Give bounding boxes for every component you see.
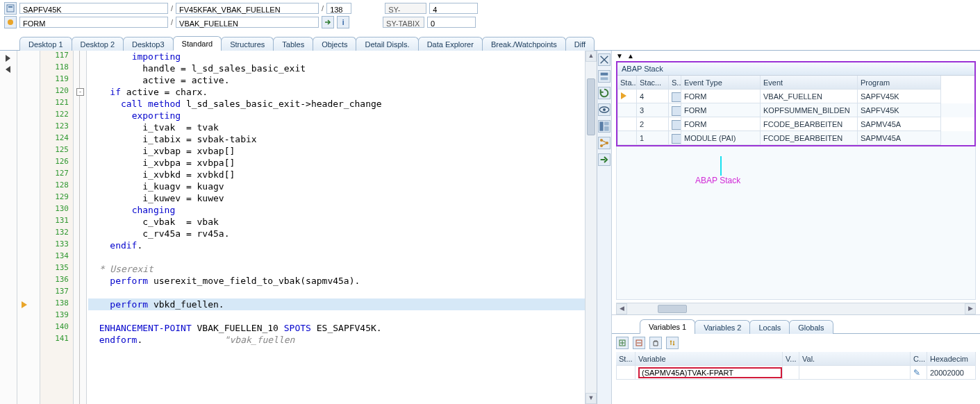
stack-row[interactable]: 2FORMFCODE_BEARBEITENSAPMV45A xyxy=(617,117,974,131)
vars-tab-variables-1[interactable]: Variables 1 xyxy=(640,319,695,334)
line-number-gutter: 1171181191201211221231241251261271281291… xyxy=(40,51,74,404)
vars-col-header[interactable]: Variable xyxy=(636,352,783,366)
eventtype-field[interactable]: FORM xyxy=(19,17,168,28)
tab-desktop-2[interactable]: Desktop 2 xyxy=(72,37,124,51)
include-field[interactable]: FV45KFAK_VBAK_FUELLEN xyxy=(176,3,319,14)
stack-row[interactable]: 4FORMVBAK_FUELLENSAPFV45K xyxy=(617,90,974,103)
svg-rect-9 xyxy=(599,121,603,131)
fold-gutter[interactable]: - xyxy=(74,51,87,404)
stack-title: ABAP Stack xyxy=(617,62,974,76)
stack-col-header[interactable]: Event xyxy=(761,76,858,90)
sy-tabix-value[interactable]: 0 xyxy=(427,17,476,28)
code-editor[interactable]: 1171181191201211221231241251261271281291… xyxy=(0,51,597,404)
sep: / xyxy=(171,18,173,26)
program-field[interactable]: SAPFV45K xyxy=(19,3,168,14)
tool-refresh-icon[interactable] xyxy=(598,87,611,99)
annotation-label: ABAP Stack xyxy=(695,176,740,185)
tab-desktop-1[interactable]: Desktop 1 xyxy=(19,37,72,51)
variable-input[interactable] xyxy=(638,367,782,378)
var-add-icon[interactable] xyxy=(616,337,629,349)
stack-row[interactable]: 1MODULE (PAI)FCODE_BEARBEITENSAPMV45A xyxy=(617,131,974,145)
variables-tabstrip: Variables 1Variables 2LocalsGlobals xyxy=(612,318,980,334)
stack-col-header[interactable]: Program xyxy=(858,76,941,90)
tab-detail-displs-[interactable]: Detail Displs. xyxy=(356,37,418,51)
stack-col-header[interactable]: S... xyxy=(669,76,681,90)
vars-col-header[interactable]: Hexadecim xyxy=(927,352,976,366)
var-remove-icon[interactable] xyxy=(633,337,645,349)
var-sort-icon[interactable] xyxy=(666,337,679,349)
vars-col-header[interactable]: Val. xyxy=(799,352,911,366)
stack-hscrollbar[interactable]: ◀ ▶ xyxy=(616,303,976,314)
variables-toolbar xyxy=(612,334,980,352)
vars-col-header[interactable]: V... xyxy=(783,352,799,366)
tool-watch-icon[interactable] xyxy=(598,103,611,116)
svg-rect-10 xyxy=(604,121,609,125)
stack-col-header[interactable]: Stac... xyxy=(637,76,669,90)
stack-col-header[interactable]: Event Type xyxy=(681,76,761,90)
tool-stack-icon[interactable] xyxy=(598,70,611,83)
stack-grid[interactable]: Sta...Stac...S...Event TypeEventProgram4… xyxy=(617,76,974,145)
tab-standard[interactable]: Standard xyxy=(173,36,222,51)
editor-margin xyxy=(0,51,17,404)
tab-structures[interactable]: Structures xyxy=(221,37,274,51)
svg-rect-5 xyxy=(601,73,608,76)
tab-data-explorer[interactable]: Data Explorer xyxy=(418,37,483,51)
var-delete-icon[interactable] xyxy=(649,337,662,349)
stack-empty-area xyxy=(616,146,976,300)
info-icon[interactable]: i xyxy=(337,16,349,28)
vars-tab-variables-2[interactable]: Variables 2 xyxy=(695,320,750,334)
routine-icon xyxy=(4,16,17,28)
vars-tab-globals[interactable]: Globals xyxy=(789,320,833,334)
sep: / xyxy=(322,4,324,12)
code-area[interactable]: importing handle = l_sd_sales_basic_exit… xyxy=(87,51,585,404)
tab-break-watchpoints[interactable]: Break./Watchpoints xyxy=(482,37,566,51)
line-field[interactable]: 138 xyxy=(326,3,351,14)
program-icon xyxy=(4,2,17,15)
tool-column xyxy=(597,51,612,404)
vars-row[interactable]: ✎20002000 xyxy=(616,366,976,380)
sy-subrc-value[interactable]: 4 xyxy=(429,3,478,14)
svg-rect-1 xyxy=(8,6,13,8)
tab-tables[interactable]: Tables xyxy=(273,37,313,51)
svg-point-2 xyxy=(8,19,13,25)
tool-hierarchy-icon[interactable] xyxy=(598,137,611,149)
svg-point-8 xyxy=(603,108,606,111)
variables-grid[interactable]: St...VariableV...Val.C...Hexadecim✎20002… xyxy=(616,352,976,380)
code-vscrollbar[interactable]: ▲ ▼ xyxy=(585,51,597,404)
vars-tab-locals[interactable]: Locals xyxy=(749,320,790,334)
svg-rect-11 xyxy=(604,126,609,131)
vars-col-header[interactable]: C... xyxy=(911,352,927,366)
tab-desktop3[interactable]: Desktop3 xyxy=(123,37,173,51)
sy-subrc-label: SY-SUBRC xyxy=(385,3,426,14)
stack-col-header[interactable]: Sta... xyxy=(617,76,637,90)
svg-rect-6 xyxy=(601,77,608,80)
svg-rect-0 xyxy=(7,5,14,12)
sep: / xyxy=(171,4,173,12)
sy-tabix-label: SY-TABIX xyxy=(383,17,424,28)
tool-step-icon[interactable] xyxy=(598,153,611,166)
routine-field[interactable]: VBAK_FUELLEN xyxy=(176,17,319,28)
stack-row[interactable]: 3FORMKOPFSUMMEN_BILDENSAPFV45K xyxy=(617,103,974,117)
tab-objects[interactable]: Objects xyxy=(313,37,356,51)
abap-stack-panel: ABAP Stack Sta...Stac...S...Event TypeEv… xyxy=(616,61,976,146)
collapse-down-icon[interactable]: ▼ xyxy=(616,52,623,60)
main-tabstrip: Desktop 1Desktop 2Desktop3StandardStruct… xyxy=(0,33,980,51)
tool-close-icon[interactable] xyxy=(598,53,611,66)
vars-col-header[interactable]: St... xyxy=(616,352,636,366)
context-bar: SAPFV45K / FV45KFAK_VBAK_FUELLEN / 138 S… xyxy=(0,0,980,31)
breakpoint-gutter[interactable] xyxy=(17,51,40,404)
collapse-up-icon[interactable]: ▲ xyxy=(627,52,634,60)
tool-layout-icon[interactable] xyxy=(598,120,611,133)
navigate-icon[interactable] xyxy=(322,16,334,28)
tab-diff[interactable]: Diff xyxy=(565,37,595,51)
